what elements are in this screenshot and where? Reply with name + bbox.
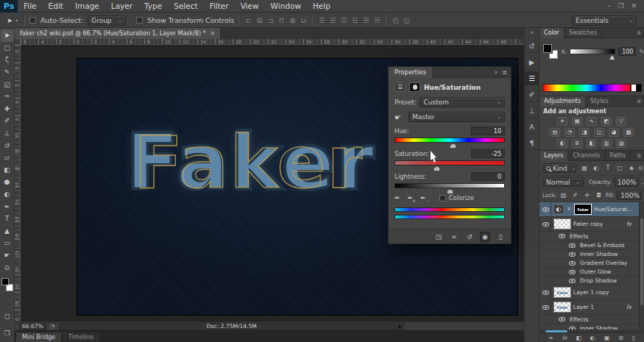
layer-row-layer-1-copy[interactable]: FakerLayer 1 copy xyxy=(539,285,644,300)
menu-window[interactable]: Window xyxy=(265,1,307,10)
layers-horizontal-scrollbar[interactable] xyxy=(539,329,644,332)
visibility-eye-icon[interactable] xyxy=(559,234,565,238)
close-button[interactable]: ✕ xyxy=(631,2,637,10)
lightness-slider-thumb[interactable] xyxy=(447,189,453,194)
tab-styles[interactable]: Styles xyxy=(586,96,613,107)
curves-icon[interactable]: ∿ xyxy=(587,117,597,126)
clip-to-layer-icon[interactable]: ◳ xyxy=(434,232,444,242)
reset-adjustment-icon[interactable]: ↺ xyxy=(464,232,475,242)
levels-icon[interactable]: ▦ xyxy=(572,117,582,126)
saturation-slider[interactable] xyxy=(394,160,505,165)
tab-paths[interactable]: Paths xyxy=(606,151,631,161)
menu-help[interactable]: Help xyxy=(307,1,336,10)
auto-align-icon[interactable]: ◰ xyxy=(391,17,400,24)
vertical-ruler[interactable]: 2024681012141618202224262830 xyxy=(15,45,21,321)
lock-position-icon[interactable]: ✛ xyxy=(583,192,592,199)
layer-thumbnail[interactable]: Faker xyxy=(553,287,571,298)
menu-image[interactable]: Image xyxy=(69,1,105,10)
preset-dropdown[interactable]: Custom⌄ xyxy=(420,97,505,107)
lasso-tool[interactable]: ζ xyxy=(1,54,14,66)
posterize-icon[interactable]: ≣ xyxy=(572,139,582,148)
menu-select[interactable]: Select xyxy=(168,1,203,10)
menu-file[interactable]: File xyxy=(18,1,43,10)
link-layers-icon[interactable]: ∞ xyxy=(548,335,553,341)
layer-row-effects[interactable]: Effects xyxy=(539,232,644,241)
layer-row-faker-copy[interactable]: Faker copyfx▾ xyxy=(539,217,644,232)
lock-all-icon[interactable]: ◘ xyxy=(595,192,604,199)
panel-menu-icon[interactable]: ≣ xyxy=(637,99,644,104)
align-left-icon[interactable]: ⊏ xyxy=(244,17,252,24)
colorize-checkbox[interactable] xyxy=(439,195,446,202)
panel-menu-icon[interactable]: ≣ xyxy=(637,153,644,159)
layer-thumbnail[interactable]: Faker xyxy=(553,302,571,313)
lock-image-icon[interactable]: ✐ xyxy=(571,192,580,199)
delete-adjustment-icon[interactable]: ▯ xyxy=(495,232,506,242)
layer-row-drop-shadow[interactable]: Drop Shadow xyxy=(539,277,644,285)
document-tab[interactable]: faker ch2 wiki.psd @ 66.7% (Hue/Saturati… xyxy=(15,28,221,39)
menu-layer[interactable]: Layer xyxy=(105,1,138,10)
distribute-middle-icon[interactable]: ☱ xyxy=(328,17,337,24)
marquee-tool[interactable]: ▢ xyxy=(1,42,14,54)
eyedropper-sample-icon[interactable]: ✒ xyxy=(394,194,400,202)
distribute-left-icon[interactable]: ☳ xyxy=(350,17,359,24)
new-adjustment-layer-icon[interactable]: ◐ xyxy=(590,335,595,341)
brush-tool[interactable]: ✐ xyxy=(1,115,14,127)
distribute-top-icon[interactable]: ☰ xyxy=(317,17,326,24)
type-tool[interactable]: T xyxy=(1,213,14,225)
distribute-right-icon[interactable]: ☵ xyxy=(372,17,381,24)
vibrance-icon[interactable]: ▽ xyxy=(616,117,626,126)
layer-effects-badge[interactable]: fx xyxy=(626,304,631,310)
lock-transparency-icon[interactable]: ▨ xyxy=(559,192,568,199)
expand-dock-icon[interactable]: « xyxy=(530,28,534,39)
hue-saturation-icon[interactable]: ▤ xyxy=(550,128,560,137)
align-right-icon[interactable]: ⊐ xyxy=(266,17,275,24)
spectrum-black-swatch[interactable] xyxy=(636,84,642,92)
visibility-eye-icon[interactable] xyxy=(569,270,576,274)
channel-dropdown[interactable]: Master⌄ xyxy=(408,112,505,122)
tab-timeline[interactable]: Timeline xyxy=(63,332,99,342)
adjustment-thumbnail[interactable]: ◐ xyxy=(553,204,564,214)
visibility-eye-icon[interactable] xyxy=(542,305,549,310)
tab-properties[interactable]: Properties xyxy=(389,67,433,78)
layer-row-layer-1[interactable]: FakerLayer 1fx▾ xyxy=(539,300,644,315)
paragraph-panel-icon[interactable]: ¶ xyxy=(525,136,539,150)
color-swatches[interactable] xyxy=(1,278,13,291)
fill-field[interactable]: 100%⌄ xyxy=(617,190,642,200)
selective-color-icon[interactable]: ▨ xyxy=(616,139,626,148)
properties-panel-icon[interactable]: ☰ xyxy=(525,71,539,85)
3d-mode-icon[interactable]: ◱ xyxy=(402,17,411,24)
eyedropper-subtract-icon[interactable]: ✒- xyxy=(420,194,426,202)
photo-filter-icon[interactable]: ◫ xyxy=(594,128,604,137)
align-bottom-icon[interactable]: ⊔ xyxy=(299,17,308,24)
auto-select-group-dropdown[interactable]: Group⌄ xyxy=(88,15,126,26)
current-tool-badge[interactable]: ➤ ▾ xyxy=(3,17,20,24)
hue-value-field[interactable]: 10 xyxy=(471,127,505,135)
filter-type-layers-icon[interactable]: T xyxy=(604,165,612,171)
clone-source-panel-icon[interactable]: ⊥ xyxy=(525,104,539,118)
pen-tool[interactable]: ✒ xyxy=(1,200,14,213)
history-panel-icon[interactable]: ↺ xyxy=(525,39,539,53)
color-lookup-icon[interactable]: ▩ xyxy=(623,128,634,137)
gradient-tool[interactable]: ◧ xyxy=(1,164,14,177)
align-middle-icon[interactable]: ⊞ xyxy=(288,17,297,24)
invert-icon[interactable]: ◐ xyxy=(557,139,567,148)
new-group-icon[interactable]: ▣ xyxy=(604,335,610,341)
workspace-switcher[interactable]: Essentials⌄ xyxy=(572,15,637,26)
tab-color[interactable]: Color xyxy=(539,28,565,38)
visibility-eye-icon[interactable] xyxy=(542,291,549,295)
crop-tool[interactable]: ◱ xyxy=(1,78,14,90)
foreground-color-swatch[interactable] xyxy=(1,278,9,285)
targeted-adjustment-icon[interactable]: ☛ xyxy=(394,113,405,121)
status-popup-arrow-icon[interactable]: ▶ xyxy=(398,324,402,329)
k-value-field[interactable]: 100 xyxy=(618,47,636,56)
black-white-icon[interactable]: ◨ xyxy=(579,128,590,137)
zoom-level-field[interactable]: 66.67% xyxy=(19,323,46,330)
layer-style-icon[interactable]: fx xyxy=(562,335,567,341)
menu-edit[interactable]: Edit xyxy=(43,1,69,10)
quick-selection-tool[interactable]: ✎ xyxy=(1,66,14,79)
character-panel-icon[interactable]: A xyxy=(525,120,539,134)
actions-panel-icon[interactable]: ▶ xyxy=(525,55,539,69)
saturation-slider-thumb[interactable] xyxy=(434,166,440,171)
channel-mixer-icon[interactable]: ◕ xyxy=(609,128,619,137)
brush-panel-icon[interactable]: ✐ xyxy=(525,88,539,101)
